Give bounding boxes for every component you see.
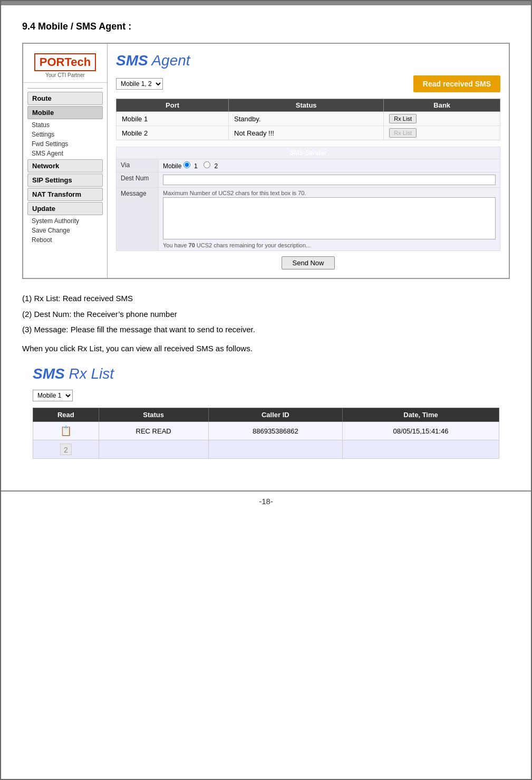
status-header: Status [229,99,384,112]
sidebar-link-smsagent[interactable]: SMS Agent [23,149,107,158]
mobile-select[interactable]: Mobile 1, 2 [116,78,163,90]
bank-header: Bank [384,99,500,112]
sms-agent-title: SMS Agent [116,52,500,69]
page-title: 9.4 Mobile / SMS Agent : [22,21,510,32]
via-label-1: 1 [194,162,198,170]
sidebar-btn-route[interactable]: Route [27,92,103,105]
rx-list-panel: Mobile 1 Read Status Caller ID Date, Tim… [33,390,499,459]
port-name-2: Mobile 2 [117,126,229,140]
rx-table: Read Status Caller ID Date, Time 📋 REC R… [33,408,499,459]
rx-mobile-select-row: Mobile 1 [33,390,499,401]
via-label-2: 2 [214,162,218,170]
table-row: Mobile 2 Not Ready !!! Rx List [117,126,500,140]
desc-2: (2) Dest Num: the Receiver’s phone numbe… [22,307,510,321]
sidebar-link-savechange[interactable]: Save Change [23,226,107,235]
desc-3: (3) Message: Please fill the message tha… [22,323,510,336]
rx-header-status: Status [99,408,208,422]
sidebar-divider [27,88,103,89]
sms-agent-panel: PORTech Your CTI Partner Route Mobile St… [22,43,510,279]
page-content: 9.4 Mobile / SMS Agent : PORTech Your CT… [1,5,531,475]
remaining-note: You have 70 UCS2 chars remaining for you… [163,242,496,248]
rx-read-icon-1: 📋 [33,422,99,440]
via-radio-1[interactable] [183,161,190,168]
sidebar-btn-update[interactable]: Update [27,202,103,215]
rx-status-1: REC READ [99,422,208,440]
rx-table-row: 📋 REC READ 886935386862 08/05/15,15:41:4… [33,422,499,440]
logo-area: PORTech Your CTI Partner [23,49,107,83]
rx-header-callerid: Caller ID [208,408,342,422]
dest-row: Dest Num [117,172,500,188]
send-now-button[interactable]: Send Now [282,256,335,269]
rx-header-datetime: Date, Time [343,408,499,422]
port-status-1: Standby. [229,112,384,126]
sms-sender-table: SMS Sender Via Mobile 1 2 [116,147,500,251]
rx-list-title-sms: SMS [33,365,69,382]
dest-label: Dest Num [117,172,159,188]
port-name-1: Mobile 1 [117,112,229,126]
dest-num-input[interactable] [163,175,496,185]
rx-callerid-2 [208,440,342,459]
sidebar-btn-mobile[interactable]: Mobile [27,106,103,119]
sidebar-btn-nat[interactable]: NAT Transform [27,188,103,201]
rx-read-icon-2: 2 [33,440,99,459]
port-status-2: Not Ready !!! [229,126,384,140]
rx-status-2 [99,440,208,459]
sidebar-link-reboot[interactable]: Reboot [23,235,107,245]
sms-rx-list-section: SMS Rx List Mobile 1 Read Status Caller … [22,365,510,459]
rx-list-btn-2: Rx List [389,128,417,138]
sidebar-link-fwd[interactable]: Fwd Settings [23,139,107,149]
desc-1: (1) Rx List: Read received SMS [22,292,510,305]
port-header: Port [117,99,229,112]
toolbar-row: Mobile 1, 2 Read received SMS [116,75,500,92]
rx-datetime-1: 08/05/15,15:41:46 [343,422,499,440]
num-icon-2: 2 [60,444,72,455]
port-bank-2: Rx List [384,126,500,140]
message-cell: Maximum Number of UCS2 chars for this te… [159,188,500,251]
message-row: Message Maximum Number of UCS2 chars for… [117,188,500,251]
table-row: Mobile 1 Standby. Rx List [117,112,500,126]
envelope-icon: 📋 [60,426,72,436]
rx-list-intro: When you click Rx List, you can view all… [22,342,510,355]
rx-mobile-select[interactable]: Mobile 1 [33,390,73,401]
sms-title-rest: Agent [148,52,190,69]
via-label: Via [117,159,159,172]
sms-sender-header: SMS Sender [117,147,500,159]
rx-callerid-1: 886935386862 [208,422,342,440]
via-options: Mobile 1 2 [159,159,500,172]
rx-table-row: 2 [33,440,499,459]
send-btn-row: Send Now [116,256,500,269]
message-label: Message [117,188,159,251]
dest-input-cell [159,172,500,188]
rx-list-btn-1[interactable]: Rx List [389,114,417,123]
rx-header-read: Read [33,408,99,422]
char-note: Maximum Number of UCS2 chars for this te… [163,190,496,196]
page-footer: -18- [1,490,531,516]
sms-rx-list-title: SMS Rx List [33,365,510,382]
sidebar-link-status[interactable]: Status [23,120,107,130]
rx-list-title-rest: Rx List [69,365,114,382]
top-bar [1,1,531,5]
sidebar-link-sysauth[interactable]: System Authority [23,216,107,226]
page-number: -18- [259,497,273,506]
message-textarea[interactable] [163,197,496,239]
rx-datetime-2 [343,440,499,459]
sidebar: PORTech Your CTI Partner Route Mobile St… [23,44,108,278]
port-table: Port Status Bank Mobile 1 Standby. Rx Li… [116,99,500,140]
logo-text: PORTech [34,53,96,71]
port-bank-1: Rx List [384,112,500,126]
sidebar-btn-network[interactable]: Network [27,159,103,172]
sidebar-link-settings[interactable]: Settings [23,130,107,139]
description-text: (1) Rx List: Read received SMS (2) Dest … [22,292,510,336]
logo-sub: Your CTI Partner [27,72,103,78]
via-radio-2[interactable] [204,161,210,168]
read-sms-button[interactable]: Read received SMS [413,75,500,92]
mobile-label: Mobile [163,162,183,170]
sms-agent-main: SMS Agent Mobile 1, 2 Read received SMS … [108,44,509,278]
sidebar-btn-sip[interactable]: SIP Settings [27,174,103,187]
sms-title-sms: SMS [116,52,148,69]
via-row: Via Mobile 1 2 [117,159,500,172]
